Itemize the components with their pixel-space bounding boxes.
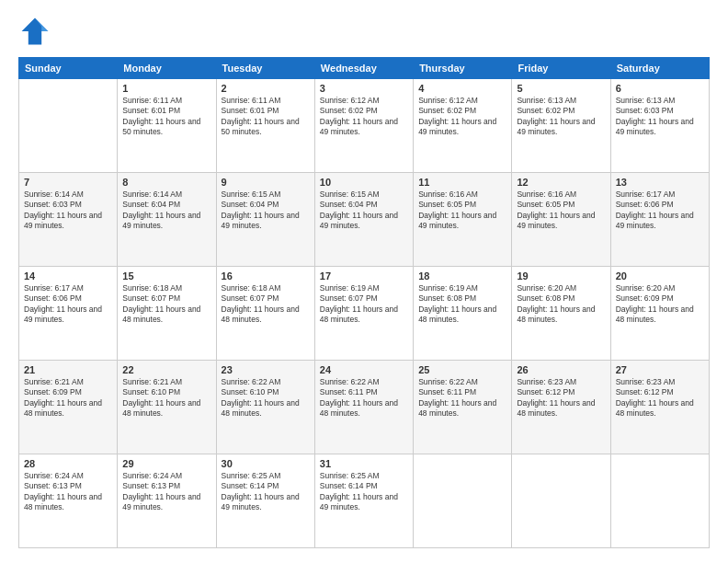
calendar-cell: 1Sunrise: 6:11 AMSunset: 6:01 PMDaylight… [118,79,216,173]
day-number: 27 [616,364,704,375]
calendar-cell: 30Sunrise: 6:25 AMSunset: 6:14 PMDayligh… [216,454,314,548]
day-info: Sunrise: 6:23 AMSunset: 6:12 PMDaylight:… [616,377,704,419]
day-number: 8 [122,177,210,188]
day-info: Sunrise: 6:11 AMSunset: 6:01 PMDaylight:… [222,96,310,138]
calendar-cell: 9Sunrise: 6:15 AMSunset: 6:04 PMDaylight… [216,173,314,267]
col-header-tuesday: Tuesday [216,58,314,79]
day-number: 9 [222,177,310,188]
calendar-cell: 14Sunrise: 6:17 AMSunset: 6:06 PMDayligh… [19,267,118,361]
day-number: 18 [418,270,506,282]
day-info: Sunrise: 6:19 AMSunset: 6:08 PMDaylight:… [418,283,506,326]
calendar-week-row: 21Sunrise: 6:21 AMSunset: 6:09 PMDayligh… [19,361,710,454]
day-number: 28 [24,458,112,469]
day-number: 20 [616,270,704,282]
calendar-cell [610,454,709,548]
calendar-table: SundayMondayTuesdayWednesdayThursdayFrid… [18,57,710,548]
day-number: 24 [320,364,408,375]
calendar-cell: 24Sunrise: 6:22 AMSunset: 6:11 PMDayligh… [314,361,413,454]
logo-icon [18,15,51,48]
day-number: 17 [320,270,408,282]
day-info: Sunrise: 6:16 AMSunset: 6:05 PMDaylight:… [418,190,506,232]
day-number: 4 [418,83,506,94]
day-number: 16 [222,270,310,282]
calendar-cell: 21Sunrise: 6:21 AMSunset: 6:09 PMDayligh… [19,361,118,454]
calendar-header-row: SundayMondayTuesdayWednesdayThursdayFrid… [19,58,710,79]
day-info: Sunrise: 6:14 AMSunset: 6:03 PMDaylight:… [24,190,112,232]
calendar-cell: 19Sunrise: 6:20 AMSunset: 6:08 PMDayligh… [512,267,610,361]
day-info: Sunrise: 6:21 AMSunset: 6:09 PMDaylight:… [24,377,112,419]
col-header-thursday: Thursday [414,58,512,79]
calendar-cell: 10Sunrise: 6:15 AMSunset: 6:04 PMDayligh… [314,173,413,267]
col-header-wednesday: Wednesday [314,58,413,79]
calendar-cell: 6Sunrise: 6:13 AMSunset: 6:03 PMDaylight… [610,79,709,173]
calendar-cell: 20Sunrise: 6:20 AMSunset: 6:09 PMDayligh… [610,267,709,361]
day-number: 25 [418,364,506,375]
day-number: 30 [222,458,310,469]
calendar-cell: 15Sunrise: 6:18 AMSunset: 6:07 PMDayligh… [118,267,216,361]
calendar-week-row: 7Sunrise: 6:14 AMSunset: 6:03 PMDaylight… [19,173,710,267]
day-info: Sunrise: 6:11 AMSunset: 6:01 PMDaylight:… [122,96,210,138]
day-info: Sunrise: 6:22 AMSunset: 6:11 PMDaylight:… [418,377,506,419]
day-number: 5 [517,83,605,94]
calendar-week-row: 28Sunrise: 6:24 AMSunset: 6:13 PMDayligh… [19,454,710,548]
day-info: Sunrise: 6:12 AMSunset: 6:02 PMDaylight:… [320,96,408,138]
day-number: 22 [122,364,210,375]
calendar-week-row: 1Sunrise: 6:11 AMSunset: 6:01 PMDaylight… [19,79,710,173]
day-number: 31 [320,458,408,469]
day-number: 23 [222,364,310,375]
calendar-cell: 18Sunrise: 6:19 AMSunset: 6:08 PMDayligh… [414,267,512,361]
day-number: 15 [122,270,210,282]
calendar-cell [414,454,512,548]
day-info: Sunrise: 6:17 AMSunset: 6:06 PMDaylight:… [24,283,112,326]
day-number: 2 [222,83,310,94]
day-info: Sunrise: 6:22 AMSunset: 6:10 PMDaylight:… [222,377,310,419]
calendar-cell: 7Sunrise: 6:14 AMSunset: 6:03 PMDaylight… [19,173,118,267]
day-number: 1 [122,83,210,94]
calendar-cell: 17Sunrise: 6:19 AMSunset: 6:07 PMDayligh… [314,267,413,361]
day-info: Sunrise: 6:21 AMSunset: 6:10 PMDaylight:… [122,377,210,419]
day-info: Sunrise: 6:20 AMSunset: 6:08 PMDaylight:… [517,283,605,326]
calendar-cell: 3Sunrise: 6:12 AMSunset: 6:02 PMDaylight… [314,79,413,173]
calendar-cell: 27Sunrise: 6:23 AMSunset: 6:12 PMDayligh… [610,361,709,454]
calendar-cell: 4Sunrise: 6:12 AMSunset: 6:02 PMDaylight… [414,79,512,173]
calendar-cell: 8Sunrise: 6:14 AMSunset: 6:04 PMDaylight… [118,173,216,267]
page: SundayMondayTuesdayWednesdayThursdayFrid… [0,0,728,563]
day-info: Sunrise: 6:25 AMSunset: 6:14 PMDaylight:… [222,471,310,513]
day-number: 11 [418,177,506,188]
day-number: 6 [616,83,704,94]
day-info: Sunrise: 6:15 AMSunset: 6:04 PMDaylight:… [320,190,408,232]
calendar-cell: 31Sunrise: 6:25 AMSunset: 6:14 PMDayligh… [314,454,413,548]
calendar-cell: 5Sunrise: 6:13 AMSunset: 6:02 PMDaylight… [512,79,610,173]
day-info: Sunrise: 6:18 AMSunset: 6:07 PMDaylight:… [222,283,310,326]
day-number: 3 [320,83,408,94]
calendar-cell: 26Sunrise: 6:23 AMSunset: 6:12 PMDayligh… [512,361,610,454]
calendar-cell [512,454,610,548]
col-header-sunday: Sunday [19,58,118,79]
day-info: Sunrise: 6:15 AMSunset: 6:04 PMDaylight:… [222,190,310,232]
day-number: 29 [122,458,210,469]
day-info: Sunrise: 6:24 AMSunset: 6:13 PMDaylight:… [24,471,112,513]
col-header-friday: Friday [512,58,610,79]
day-info: Sunrise: 6:20 AMSunset: 6:09 PMDaylight:… [616,283,704,326]
day-number: 26 [517,364,605,375]
day-info: Sunrise: 6:23 AMSunset: 6:12 PMDaylight:… [517,377,605,419]
day-number: 13 [616,177,704,188]
day-info: Sunrise: 6:25 AMSunset: 6:14 PMDaylight:… [320,471,408,513]
day-info: Sunrise: 6:13 AMSunset: 6:02 PMDaylight:… [517,96,605,138]
calendar-cell: 2Sunrise: 6:11 AMSunset: 6:01 PMDaylight… [216,79,314,173]
day-info: Sunrise: 6:13 AMSunset: 6:03 PMDaylight:… [616,96,704,138]
day-info: Sunrise: 6:17 AMSunset: 6:06 PMDaylight:… [616,190,704,232]
calendar-cell: 29Sunrise: 6:24 AMSunset: 6:13 PMDayligh… [118,454,216,548]
header [18,15,710,48]
day-info: Sunrise: 6:22 AMSunset: 6:11 PMDaylight:… [320,377,408,419]
day-info: Sunrise: 6:14 AMSunset: 6:04 PMDaylight:… [122,190,210,232]
day-info: Sunrise: 6:16 AMSunset: 6:05 PMDaylight:… [517,190,605,232]
calendar-cell: 13Sunrise: 6:17 AMSunset: 6:06 PMDayligh… [610,173,709,267]
day-number: 12 [517,177,605,188]
calendar-cell: 16Sunrise: 6:18 AMSunset: 6:07 PMDayligh… [216,267,314,361]
day-number: 21 [24,364,112,375]
calendar-week-row: 14Sunrise: 6:17 AMSunset: 6:06 PMDayligh… [19,267,710,361]
calendar-cell: 12Sunrise: 6:16 AMSunset: 6:05 PMDayligh… [512,173,610,267]
logo [18,15,55,48]
day-number: 14 [24,270,112,282]
